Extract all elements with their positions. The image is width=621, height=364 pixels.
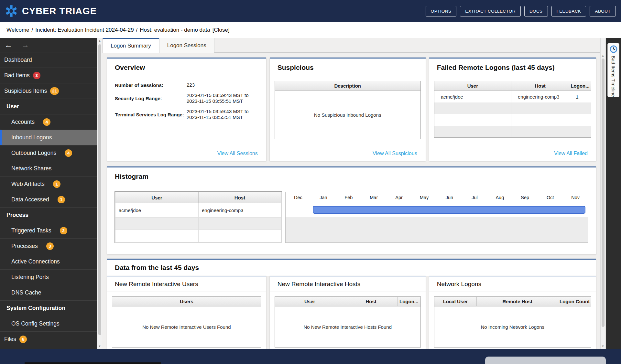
- sidebar-item-label: Outbound Logons: [11, 150, 56, 156]
- table-cell: engineering-comp3: [198, 203, 281, 217]
- column-header-user[interactable]: User: [275, 297, 345, 306]
- sidebar-item-files[interactable]: Files6: [0, 331, 97, 347]
- view-all-suspicious-link[interactable]: View All Suspicious: [373, 151, 417, 156]
- header-button-feedback[interactable]: FEEDBACK: [551, 6, 586, 16]
- column-header-user[interactable]: User: [115, 192, 198, 203]
- forward-arrow-icon[interactable]: →: [21, 41, 29, 49]
- new-remote-interactive-hosts-panel: New Remote Interactive Hosts UserHostLog…: [270, 276, 426, 349]
- sidebar-item-suspicious-items[interactable]: Suspicious Items21: [0, 83, 97, 99]
- table-cell: [511, 114, 569, 126]
- sidebar-item-inbound-logons[interactable]: Inbound Logons: [0, 130, 97, 145]
- table-row[interactable]: [434, 102, 591, 114]
- header-button-about[interactable]: ABOUT: [590, 6, 616, 16]
- table-cell: [434, 126, 511, 137]
- column-header-host[interactable]: Host: [345, 297, 397, 306]
- table-row[interactable]: [434, 114, 591, 126]
- sidebar-item-triggered-tasks[interactable]: Triggered Tasks2: [0, 223, 97, 238]
- sidebar-item-os-config-settings[interactable]: OS Config Settings: [0, 316, 97, 331]
- view-all-sessions-link[interactable]: View All Sessions: [217, 151, 258, 156]
- column-header-logon[interactable]: Logon...: [397, 297, 420, 306]
- overview-field-value: 223: [187, 82, 263, 88]
- scroll-up-arrow-icon[interactable]: ▲: [97, 38, 102, 43]
- count-badge: 21: [50, 87, 59, 95]
- table-cell: [569, 102, 591, 114]
- tab-logon-sessions[interactable]: Logon Sessions: [159, 38, 214, 53]
- failed-table-body: acme/jdoeengineering-comp31: [434, 91, 591, 137]
- sidebar-item-process[interactable]: Process: [0, 207, 97, 223]
- column-header-description[interactable]: Description: [275, 81, 420, 91]
- bad-items-timeline-tab[interactable]: Bad Items Timeline: [607, 43, 619, 97]
- sidebar-item-label: Web Artifacts: [11, 181, 45, 187]
- sidebar-item-dashboard[interactable]: Dashboard: [0, 52, 97, 68]
- column-header-logon-count[interactable]: Logon Count: [558, 297, 591, 306]
- column-header-user[interactable]: User: [434, 81, 511, 91]
- sidebar-item-system-configuration[interactable]: System Configuration: [0, 300, 97, 316]
- table-row[interactable]: [115, 230, 281, 242]
- table-header: UserHost: [115, 192, 281, 203]
- view-all-failed-link[interactable]: View All Failed: [554, 151, 588, 156]
- column-header-local-user[interactable]: Local User: [434, 297, 477, 306]
- table-cell: 1: [569, 91, 591, 102]
- sidebar-item-processes[interactable]: Processes3: [0, 238, 97, 254]
- scroll-up-arrow-icon[interactable]: ▲: [601, 53, 605, 58]
- column-header-remote-host[interactable]: Remote Host: [476, 297, 558, 306]
- sidebar-item-network-shares[interactable]: Network Shares: [0, 161, 97, 176]
- horizontal-scrollbar-thumb[interactable]: [485, 357, 606, 364]
- last-45-days-panels: New Remote Interactive Users Users No Ne…: [107, 276, 596, 349]
- session-histogram-bar[interactable]: [313, 206, 585, 214]
- sidebar-item-bad-items[interactable]: Bad Items3: [0, 68, 97, 83]
- overview-field-label: Number of Sessions:: [115, 82, 187, 88]
- scrollbar-thumb[interactable]: [602, 59, 605, 327]
- table-row[interactable]: [115, 218, 281, 230]
- content-scrollbar[interactable]: ▲ ▼: [600, 38, 605, 349]
- table-cell: [569, 114, 591, 126]
- sidebar-item-label: Triggered Tasks: [11, 227, 51, 234]
- scroll-down-arrow-icon[interactable]: ▼: [97, 344, 102, 349]
- table-row[interactable]: acme/jdoeengineering-comp3: [115, 203, 281, 218]
- scrollbar-thumb[interactable]: [98, 44, 101, 335]
- timeline-bar-row: [286, 203, 588, 217]
- column-header-host[interactable]: Host: [511, 81, 569, 91]
- sidebar-item-user[interactable]: User: [0, 99, 97, 114]
- tab-logon-summary[interactable]: Logon Summary: [103, 38, 159, 53]
- sidebar-scrollbar[interactable]: ▲ ▼: [97, 38, 102, 349]
- header-button-extract-collector[interactable]: EXTRACT COLLECTOR: [460, 6, 521, 16]
- table-cell: [115, 230, 198, 242]
- sidebar-item-data-accessed[interactable]: Data Accessed1: [0, 192, 97, 207]
- scroll-down-arrow-icon[interactable]: ▼: [601, 344, 605, 349]
- header-button-docs[interactable]: DOCS: [524, 6, 548, 16]
- sidebar-item-active-connections[interactable]: Active Connections: [0, 254, 97, 269]
- month-label-sep: Sep: [512, 192, 538, 203]
- table-cell: [198, 218, 281, 230]
- sidebar-item-dns-cache[interactable]: DNS Cache: [0, 285, 97, 300]
- table-cell: [511, 102, 569, 114]
- sidebar-item-label: Active Connections: [11, 258, 60, 265]
- sidebar-item-accounts[interactable]: Accounts4: [0, 114, 97, 130]
- column-header-host[interactable]: Host: [198, 192, 281, 203]
- table-cell: [434, 102, 511, 114]
- table-row[interactable]: acme/jdoeengineering-comp31: [434, 91, 591, 102]
- column-header-users[interactable]: Users: [112, 297, 261, 306]
- sidebar-history-nav: ← →: [0, 38, 97, 52]
- header-button-options[interactable]: OPTIONS: [426, 6, 457, 16]
- suspicious-empty-message: No Suspicious Inbound Logons: [275, 91, 420, 139]
- timeline-tab-label: Bad Items Timeline: [611, 56, 616, 97]
- overview-fields: Number of Sessions:223Security Log Range…: [115, 82, 263, 120]
- sidebar-item-label: Inbound Logons: [11, 134, 52, 141]
- count-badge: 4: [65, 149, 72, 157]
- sidebar-item-label: Files: [4, 336, 16, 343]
- sidebar-item-outbound-logons[interactable]: Outbound Logons4: [0, 145, 97, 161]
- sidebar-item-web-artifacts[interactable]: Web Artifacts1: [0, 176, 97, 192]
- sidebar-item-listening-ports[interactable]: Listening Ports: [0, 269, 97, 285]
- table-cell: engineering-comp3: [511, 91, 569, 102]
- breadcrumb-close-link[interactable]: [Close]: [212, 27, 230, 33]
- table-cell: [115, 218, 198, 230]
- breadcrumb-incident-link[interactable]: Incident: Evaluation Incident 2024-04-29: [35, 27, 134, 33]
- back-arrow-icon[interactable]: ←: [5, 41, 12, 49]
- breadcrumb-welcome-link[interactable]: Welcome: [6, 27, 29, 33]
- column-header-logon[interactable]: Logon...: [569, 81, 591, 91]
- header-buttons: OPTIONSEXTRACT COLLECTORDOCSFEEDBACKABOU…: [426, 6, 616, 16]
- table-row[interactable]: [434, 126, 591, 137]
- empty-message: No New Remote Interactive Users Found: [112, 306, 261, 347]
- count-badge: 1: [58, 196, 65, 203]
